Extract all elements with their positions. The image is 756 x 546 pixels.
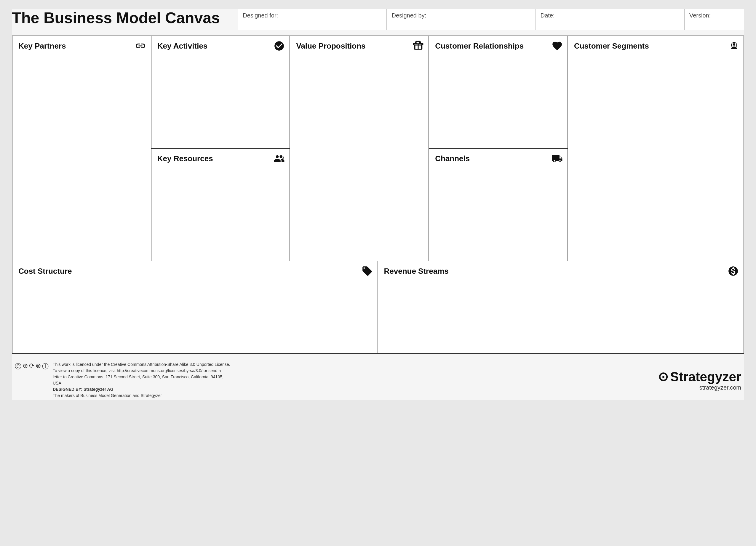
version-field[interactable]: Version: — [685, 9, 744, 30]
canvas-bottom: Cost Structure Revenue Streams — [12, 261, 744, 353]
tag-icon — [362, 266, 373, 279]
footer-right: ⊙ Strategyzer strategyzer.com — [658, 369, 741, 391]
cr-channels-col: Customer Relationships Channels — [429, 36, 568, 261]
svg-marker-1 — [283, 157, 284, 159]
page: The Business Model Canvas Designed for: … — [12, 9, 744, 400]
key-activities-label: Key Activities — [157, 42, 284, 51]
footer: Ⓒ ⊕ ⟳ ⊜ ⓘ This work is licenced under th… — [12, 356, 744, 400]
link-icon — [135, 40, 146, 54]
date-label: Date: — [541, 12, 680, 19]
designed-for-field[interactable]: Designed for: — [238, 9, 387, 30]
cc-by-icon: ⊕ — [23, 362, 28, 371]
person-icon — [726, 40, 739, 56]
canvas-top: Key Partners Key Activities — [12, 36, 744, 261]
cost-structure-cell[interactable]: Cost Structure — [12, 261, 378, 353]
revenue-streams-label: Revenue Streams — [384, 267, 738, 276]
revenue-streams-cell[interactable]: Revenue Streams — [378, 261, 744, 353]
cc-icon: Ⓒ — [15, 362, 21, 371]
date-field[interactable]: Date: — [536, 9, 685, 30]
key-resources-cell[interactable]: Key Resources — [151, 149, 290, 261]
customer-segments-cell[interactable]: Customer Segments — [568, 36, 744, 261]
svg-rect-0 — [282, 159, 284, 162]
brand-name: Strategyzer — [670, 369, 741, 384]
key-partners-cell[interactable]: Key Partners — [12, 36, 151, 261]
tools-icon — [274, 153, 285, 167]
customer-relationships-label: Customer Relationships — [435, 42, 562, 51]
makers-text: The makers of Business Model Generation … — [53, 393, 162, 398]
cc-sa-icon: ⟳ — [29, 362, 34, 371]
canvas: Key Partners Key Activities — [12, 36, 744, 354]
heart-icon — [552, 40, 563, 54]
designed-for-label: Designed for: — [243, 12, 382, 19]
customer-segments-label: Customer Segments — [574, 42, 738, 51]
cc-nd-icon: ⊜ — [36, 362, 41, 371]
logo-icon: ⊙ — [658, 369, 668, 384]
channels-cell[interactable]: Channels — [429, 149, 568, 261]
footer-text: This work is licenced under the Creative… — [53, 361, 231, 399]
cc-nc-icon: ⓘ — [42, 362, 49, 371]
page-title: The Business Model Canvas — [12, 9, 220, 27]
money-icon — [728, 266, 739, 279]
strategyzer-url: strategyzer.com — [699, 384, 741, 391]
check-icon — [274, 40, 285, 54]
designed-by-label: Designed by: — [391, 12, 530, 19]
value-propositions-cell[interactable]: Value Propositions — [290, 36, 429, 261]
designed-by-text: DESIGNED BY: Strategyzer AG — [53, 387, 114, 392]
strategyzer-logo: ⊙ Strategyzer — [658, 369, 741, 384]
customer-relationships-cell[interactable]: Customer Relationships — [429, 36, 568, 149]
designed-by-field[interactable]: Designed by: — [387, 9, 536, 30]
truck-icon — [552, 153, 563, 167]
cc-license-text: This work is licenced under the Creative… — [53, 362, 230, 385]
value-propositions-label: Value Propositions — [296, 42, 423, 51]
header-row: The Business Model Canvas Designed for: … — [12, 9, 744, 30]
title-area: The Business Model Canvas — [12, 9, 220, 27]
key-resources-label: Key Resources — [157, 154, 284, 163]
key-partners-label: Key Partners — [18, 42, 145, 51]
channels-label: Channels — [435, 154, 562, 163]
activities-resources-col: Key Activities Key Resources — [151, 36, 290, 261]
cost-structure-label: Cost Structure — [18, 267, 372, 276]
meta-fields: Designed for: Designed by: Date: Version… — [238, 9, 744, 30]
svg-point-4 — [733, 43, 735, 46]
footer-left: Ⓒ ⊕ ⟳ ⊜ ⓘ This work is licenced under th… — [15, 361, 231, 399]
key-activities-cell[interactable]: Key Activities — [151, 36, 290, 149]
version-label: Version: — [689, 12, 739, 19]
gift-icon — [413, 40, 424, 54]
cc-icons: Ⓒ ⊕ ⟳ ⊜ ⓘ — [15, 362, 49, 371]
